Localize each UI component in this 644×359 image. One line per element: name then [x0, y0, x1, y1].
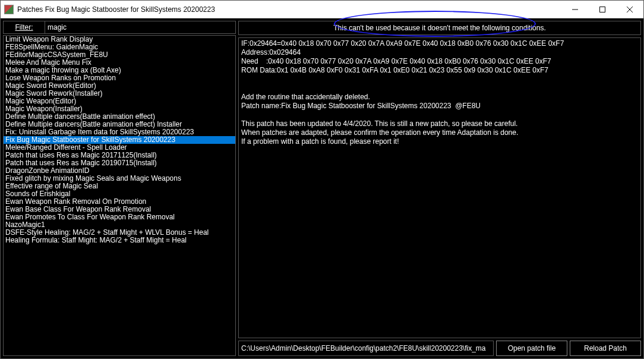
right-pane: This can't be used because it doesn't me… — [238, 21, 641, 356]
list-item[interactable]: Fix Bug Magic Statbooster for SkillSyste… — [4, 136, 235, 144]
open-patch-button[interactable]: Open patch file — [496, 341, 567, 356]
patch-path-field[interactable]: C:\Users\Admin\Desktop\FEBuilder\config\… — [238, 341, 494, 356]
list-item[interactable]: Healing Formula: Staff Might: MAG/2 + St… — [4, 237, 235, 244]
list-item[interactable]: Sounds of Erishkigal — [4, 190, 235, 198]
left-pane: Filter: Limit Weapon Rank DisplayFE8Spel… — [3, 21, 236, 356]
list-item[interactable]: FEditorMagicCSASystem_FE8U — [4, 51, 235, 59]
detail-textbox[interactable]: IF:0x29464=0x40 0x18 0x70 0x77 0x20 0x7A… — [238, 37, 641, 338]
list-item[interactable]: Effective range of Magic Seal — [4, 182, 235, 190]
list-item[interactable]: Ewan Base Class For Weapon Rank Removal — [4, 206, 235, 213]
list-item[interactable]: Patch that uses Res as Magic 20190715(In… — [4, 159, 235, 167]
close-button[interactable] — [616, 1, 643, 18]
list-item[interactable]: Ewan Promotes To Class For Weapon Rank R… — [4, 213, 235, 221]
list-item[interactable]: Magic Sword Rework(Installer) — [4, 90, 235, 97]
titlebar: Patches Fix Bug Magic Statbooster for Sk… — [1, 1, 643, 18]
list-item[interactable]: NazoMagic1 — [4, 221, 235, 229]
list-item[interactable]: Define Multiple dancers(Battle animation… — [4, 121, 235, 128]
patch-list[interactable]: Limit Weapon Rank DisplayFE8SpellMenu: G… — [3, 35, 236, 356]
filter-row: Filter: — [3, 21, 236, 34]
list-item[interactable]: Limit Weapon Rank Display — [4, 36, 235, 43]
list-item[interactable]: Lose Weapon Ranks on Promotion — [4, 74, 235, 82]
content-area: Filter: Limit Weapon Rank DisplayFE8Spel… — [1, 18, 643, 358]
maximize-button[interactable] — [589, 1, 616, 18]
list-item[interactable]: DragonZonbe AnimationID — [4, 167, 235, 175]
svg-rect-1 — [600, 7, 605, 12]
list-item[interactable]: Magic Sword Rework(Editor) — [4, 82, 235, 90]
list-item[interactable]: Fixed glitch by mixing Magic Seals and M… — [4, 175, 235, 182]
list-item[interactable]: Make a magic throwing ax (Bolt Axe) — [4, 67, 235, 74]
warning-bar: This can't be used because it doesn't me… — [238, 21, 641, 35]
list-item[interactable]: Magic Weapon(Editor) — [4, 97, 235, 105]
bottom-row: C:\Users\Admin\Desktop\FEBuilder\config\… — [238, 341, 641, 356]
close-icon — [627, 7, 633, 12]
reload-patch-button[interactable]: Reload Patch — [570, 341, 641, 356]
minimize-button[interactable] — [561, 1, 589, 18]
list-item[interactable]: Ewan Weapon Rank Removal On Promotion — [4, 198, 235, 206]
app-window: Patches Fix Bug Magic Statbooster for Sk… — [0, 0, 644, 359]
app-icon — [4, 5, 14, 14]
list-item[interactable]: Melee/Ranged Different - Spell Loader — [4, 144, 235, 152]
list-item[interactable]: DSFE-Style Healing: MAG/2 + Staff Might … — [4, 229, 235, 237]
warning-text: This can't be used because it doesn't me… — [333, 24, 545, 32]
list-item[interactable]: Magic Weapon(Installer) — [4, 105, 235, 113]
list-item[interactable]: FE8SpellMenu: GaidenMagic — [4, 43, 235, 51]
minimize-icon — [572, 7, 578, 12]
filter-input[interactable] — [45, 21, 235, 33]
maximize-icon — [599, 7, 605, 12]
list-item[interactable]: Fix: Uninstall Garbage Item data for Ski… — [4, 128, 235, 136]
window-title: Patches Fix Bug Magic Statbooster for Sk… — [17, 5, 561, 14]
filter-label[interactable]: Filter: — [4, 21, 45, 33]
window-controls — [561, 1, 643, 18]
list-item[interactable]: Patch that uses Res as Magic 20171125(In… — [4, 152, 235, 159]
list-item[interactable]: Melee And Magic Menu Fix — [4, 59, 235, 67]
list-item[interactable]: Define Multiple dancers(Battle animation… — [4, 113, 235, 121]
